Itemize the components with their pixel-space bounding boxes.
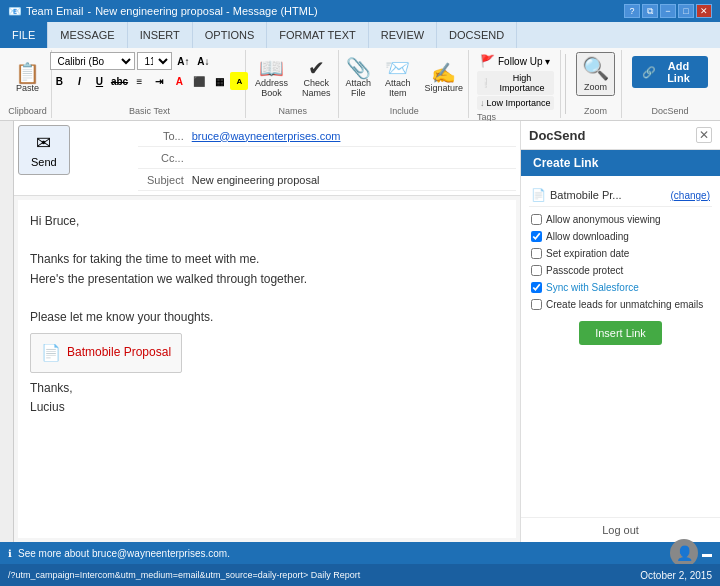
- zoom-label: Zoom: [584, 82, 607, 92]
- maximize-button[interactable]: □: [678, 4, 694, 18]
- names-content: 📖 AddressBook ✔ CheckNames: [250, 52, 336, 104]
- allow-anonymous-checkbox[interactable]: [531, 214, 542, 225]
- low-importance-button[interactable]: ↓ Low Importance: [477, 96, 554, 110]
- document-name: Batmobile Pr...: [550, 189, 667, 201]
- clipboard-group-label: Clipboard: [8, 104, 47, 116]
- attach-file-button[interactable]: 📎 AttachFile: [340, 55, 376, 101]
- ribbon-tabs: FILE MESSAGE INSERT OPTIONS FORMAT TEXT …: [0, 22, 720, 48]
- align-center-button[interactable]: ▦: [210, 72, 228, 90]
- add-link-button[interactable]: 🔗 Add Link: [632, 56, 708, 88]
- tags-content: 🚩 Follow Up ▾ ❕ High Importance ↓ Low Im…: [477, 52, 554, 110]
- title-bar-controls[interactable]: ? ⧉ − □ ✕: [624, 4, 712, 18]
- cc-label: Cc...: [138, 150, 188, 166]
- greeting: Hi Bruce,: [30, 212, 504, 231]
- follow-up-dropdown-icon[interactable]: ▾: [545, 56, 550, 67]
- indent-button[interactable]: ⇥: [150, 72, 168, 90]
- change-link[interactable]: (change): [671, 190, 710, 201]
- paragraph2: Please let me know your thoughts.: [30, 308, 504, 327]
- paste-label: Paste: [16, 83, 39, 93]
- close-button[interactable]: ✕: [696, 4, 712, 18]
- signature-button[interactable]: ✍ Signature: [420, 60, 469, 96]
- email-body[interactable]: Hi Bruce, Thanks for taking the time to …: [18, 200, 516, 538]
- email-area: ✉ Send To... bruce@wayneenterprises.com …: [14, 121, 520, 542]
- create-link-button[interactable]: Create Link: [521, 150, 720, 176]
- to-address[interactable]: bruce@wayneenterprises.com: [188, 128, 516, 144]
- ribbon-content: 📋 Paste Clipboard Calibri (Bo 11: [0, 48, 720, 120]
- font-color-button[interactable]: A: [170, 72, 188, 90]
- send-icon: ✉: [36, 132, 51, 154]
- email-fields: To... bruce@wayneenterprises.com Cc... S…: [138, 125, 516, 191]
- allow-downloading-checkbox[interactable]: [531, 231, 542, 242]
- tab-file[interactable]: FILE: [0, 22, 48, 48]
- set-expiration-label: Set expiration date: [546, 248, 629, 259]
- clipboard-content: 📋 Paste: [10, 52, 45, 104]
- low-importance-icon: ↓: [480, 98, 485, 108]
- create-leads-checkbox[interactable]: [531, 299, 542, 310]
- tab-options[interactable]: OPTIONS: [193, 22, 268, 48]
- option-allow-downloading: Allow downloading: [529, 228, 712, 245]
- paste-button[interactable]: 📋 Paste: [10, 60, 45, 96]
- option-allow-anonymous: Allow anonymous viewing: [529, 211, 712, 228]
- font-size-select[interactable]: 11: [137, 52, 172, 70]
- zoom-icon: 🔍: [582, 56, 609, 82]
- sync-salesforce-checkbox[interactable]: [531, 282, 542, 293]
- strikethrough-button[interactable]: abc: [110, 72, 128, 90]
- bold-button[interactable]: B: [50, 72, 68, 90]
- attachment-box[interactable]: 📄 Batmobile Proposal: [30, 333, 182, 373]
- highlight-button[interactable]: A: [230, 72, 248, 90]
- attachment-name: Batmobile Proposal: [67, 343, 171, 362]
- decrease-font-button[interactable]: A↓: [194, 52, 212, 70]
- minimize-button[interactable]: −: [660, 4, 676, 18]
- follow-up-button[interactable]: 🚩 Follow Up ▾: [477, 52, 554, 70]
- email-header: ✉ Send To... bruce@wayneenterprises.com …: [14, 121, 520, 196]
- check-names-button[interactable]: ✔ CheckNames: [297, 55, 336, 101]
- bottom-date: October 2, 2015: [640, 570, 712, 581]
- send-label: Send: [31, 156, 57, 168]
- font-row-1: Calibri (Bo 11 A↑ A↓: [50, 52, 212, 70]
- ribbon-group-zoom: 🔍 Zoom Zoom: [570, 50, 622, 118]
- bottom-url: /?utm_campaign=Intercom&utm_medium=email…: [8, 570, 640, 580]
- docsend-close-button[interactable]: ✕: [696, 127, 712, 143]
- title-bar-left: 📧 Team Email - New engineering proposal …: [8, 5, 318, 18]
- set-expiration-checkbox[interactable]: [531, 248, 542, 259]
- option-create-leads: Create leads for unmatching emails: [529, 296, 712, 313]
- docsend-content: 📄 Batmobile Pr... (change) Allow anonymo…: [521, 176, 720, 517]
- tab-insert[interactable]: INSERT: [128, 22, 193, 48]
- subject-label: Subject: [138, 172, 188, 188]
- insert-link-button[interactable]: Insert Link: [579, 321, 662, 345]
- expand-icon[interactable]: ▬: [702, 548, 712, 559]
- tab-format-text[interactable]: FORMAT TEXT: [267, 22, 368, 48]
- address-book-icon: 📖: [259, 58, 284, 78]
- subject-row: Subject: [138, 169, 516, 191]
- increase-font-button[interactable]: A↑: [174, 52, 192, 70]
- signature-icon: ✍: [431, 63, 456, 83]
- high-importance-icon: ❕: [480, 78, 491, 88]
- avatar: 👤: [670, 539, 698, 567]
- tab-docsend[interactable]: DOCSEND: [437, 22, 517, 48]
- high-importance-button[interactable]: ❕ High Importance: [477, 71, 554, 95]
- status-bar: ℹ See more about bruce@wayneenterprises.…: [0, 542, 720, 564]
- underline-button[interactable]: U: [90, 72, 108, 90]
- passcode-protect-checkbox[interactable]: [531, 265, 542, 276]
- option-sync-salesforce: Sync with Salesforce: [529, 279, 712, 296]
- send-button[interactable]: ✉ Send: [18, 125, 70, 175]
- tab-review[interactable]: REVIEW: [369, 22, 437, 48]
- signature: Lucius: [30, 398, 504, 417]
- address-book-button[interactable]: 📖 AddressBook: [250, 55, 293, 101]
- status-bar-right: 👤 ▬: [670, 539, 712, 567]
- list-button[interactable]: ≡: [130, 72, 148, 90]
- zoom-button[interactable]: 🔍 Zoom: [576, 52, 615, 96]
- tab-message[interactable]: MESSAGE: [48, 22, 127, 48]
- add-link-label: Add Link: [659, 60, 698, 84]
- cc-input[interactable]: [188, 150, 516, 166]
- ribbon-group-names: 📖 AddressBook ✔ CheckNames Names: [248, 50, 338, 118]
- align-left-button[interactable]: ⬛: [190, 72, 208, 90]
- attach-item-button[interactable]: 📨 AttachItem: [380, 55, 416, 101]
- font-family-select[interactable]: Calibri (Bo: [50, 52, 135, 70]
- italic-button[interactable]: I: [70, 72, 88, 90]
- restore-button[interactable]: ⧉: [642, 4, 658, 18]
- status-text: See more about bruce@wayneenterprises.co…: [18, 548, 230, 559]
- subject-input[interactable]: [188, 172, 516, 188]
- zoom-group-label: Zoom: [584, 104, 607, 116]
- help-button[interactable]: ?: [624, 4, 640, 18]
